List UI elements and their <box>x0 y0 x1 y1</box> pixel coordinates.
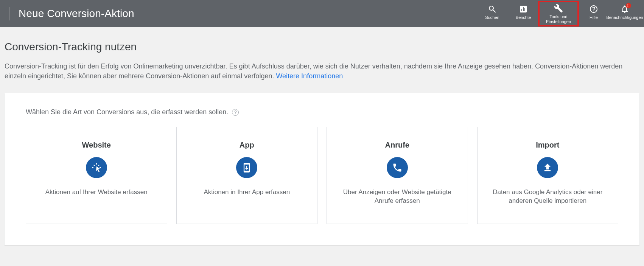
prompt-text: Wählen Sie die Art von Conversions aus, … <box>26 108 228 116</box>
notification-badge: ! <box>626 3 631 8</box>
nav-tools[interactable]: Tools und Einstellungen <box>540 2 577 25</box>
card-import[interactable]: Import Daten aus Google Analytics oder e… <box>477 127 619 224</box>
header-bar: Neue Conversion-Aktion Suchen Berichte T… <box>0 0 644 27</box>
card-desc: Aktionen auf Ihrer Website erfassen <box>45 188 148 197</box>
content-area: Conversion-Tracking nutzen Conversion-Tr… <box>0 27 644 260</box>
help-icon[interactable]: ? <box>232 109 239 116</box>
card-desc: Über Anzeigen oder Website getätigte Anr… <box>336 188 459 205</box>
nav-label: Berichte <box>516 15 531 20</box>
help-icon <box>589 5 598 14</box>
conversion-cards: Website Aktionen auf Ihrer Website erfas… <box>26 127 618 224</box>
nav-label: Benachrichtigungen <box>606 15 643 20</box>
card-website[interactable]: Website Aktionen auf Ihrer Website erfas… <box>26 127 167 224</box>
wrench-icon <box>554 4 563 13</box>
header-divider <box>9 7 9 20</box>
app-download-icon <box>236 157 257 178</box>
nav-label: Tools und Einstellungen <box>541 14 576 24</box>
card-title: Website <box>82 141 111 149</box>
chart-icon <box>519 5 528 14</box>
phone-icon <box>387 157 408 178</box>
card-title: App <box>240 141 254 149</box>
learn-more-link[interactable]: Weitere Informationen <box>276 72 343 80</box>
section-heading: Conversion-Tracking nutzen <box>5 41 639 53</box>
nav-search[interactable]: Suchen <box>478 2 507 22</box>
card-desc: Aktionen in Ihrer App erfassen <box>204 188 290 197</box>
card-desc: Daten aus Google Analytics oder einer an… <box>487 188 609 205</box>
panel-prompt: Wählen Sie die Art von Conversions aus, … <box>26 108 618 116</box>
card-calls[interactable]: Anrufe Über Anzeigen oder Website getäti… <box>327 127 468 224</box>
nav-label: Hilfe <box>590 15 598 20</box>
section-description: Conversion-Tracking ist für den Erfolg v… <box>5 61 639 81</box>
cursor-click-icon <box>86 157 107 178</box>
nav-label: Suchen <box>485 15 499 20</box>
card-title: Import <box>536 141 559 149</box>
card-title: Anrufe <box>385 141 409 149</box>
search-icon <box>488 5 497 14</box>
page-title: Neue Conversion-Aktion <box>19 8 134 20</box>
card-app[interactable]: App Aktionen in Ihrer App erfassen <box>176 127 318 224</box>
nav-reports[interactable]: Berichte <box>509 2 538 22</box>
header-nav: Suchen Berichte Tools und Einstellungen … <box>478 2 639 25</box>
nav-notifications[interactable]: ! Benachrichtigungen <box>610 2 639 22</box>
conversion-type-panel: Wählen Sie die Art von Conversions aus, … <box>5 93 639 245</box>
nav-help[interactable]: Hilfe <box>579 2 608 22</box>
upload-icon <box>537 157 558 178</box>
